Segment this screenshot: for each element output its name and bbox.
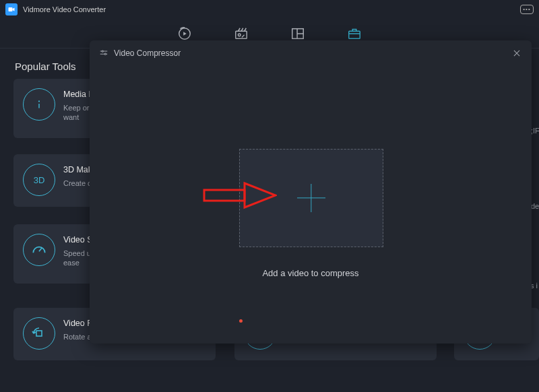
dropzone-label: Add a video to compress: [90, 268, 532, 278]
video-compressor-modal: Video Compressor Add a video to compress: [90, 40, 532, 344]
plus-icon: [297, 184, 325, 212]
feedback-icon[interactable]: [520, 5, 534, 14]
rotate-icon: [23, 317, 55, 350]
modal-title: Video Compressor: [114, 48, 181, 58]
annotation-dot: [239, 319, 243, 323]
svg-rect-0: [9, 7, 13, 11]
collage-tab-icon[interactable]: [290, 26, 306, 42]
svg-point-10: [104, 53, 106, 55]
mv-tab-icon[interactable]: [233, 26, 249, 42]
tool-title: 3D Mak: [63, 165, 92, 174]
svg-rect-7: [36, 331, 42, 336]
toolbox-tab-icon[interactable]: [346, 26, 362, 42]
close-icon[interactable]: [511, 48, 522, 59]
clip-text: de: [531, 202, 539, 210]
sliders-icon: [99, 48, 108, 58]
tool-desc: Speed uease: [63, 249, 93, 268]
svg-rect-11: [204, 190, 245, 201]
add-video-dropzone[interactable]: [239, 149, 383, 247]
svg-point-9: [102, 51, 103, 52]
converter-tab-icon[interactable]: [177, 26, 193, 42]
title-bar: Vidmore Video Converter: [0, 0, 539, 19]
svg-point-6: [38, 100, 40, 102]
clip-text: ;IF: [531, 127, 539, 135]
info-icon: [23, 88, 55, 121]
tool-desc: Create o: [63, 178, 92, 188]
gauge-icon: [23, 234, 55, 266]
3d-icon: 3D: [23, 164, 55, 196]
app-logo-icon: [5, 3, 18, 15]
app-title: Vidmore Video Converter: [23, 5, 106, 13]
svg-rect-2: [236, 31, 247, 38]
svg-rect-5: [349, 31, 360, 38]
modal-header: Video Compressor: [90, 40, 532, 66]
tool-title: Video S: [63, 235, 93, 244]
svg-point-3: [238, 34, 241, 36]
